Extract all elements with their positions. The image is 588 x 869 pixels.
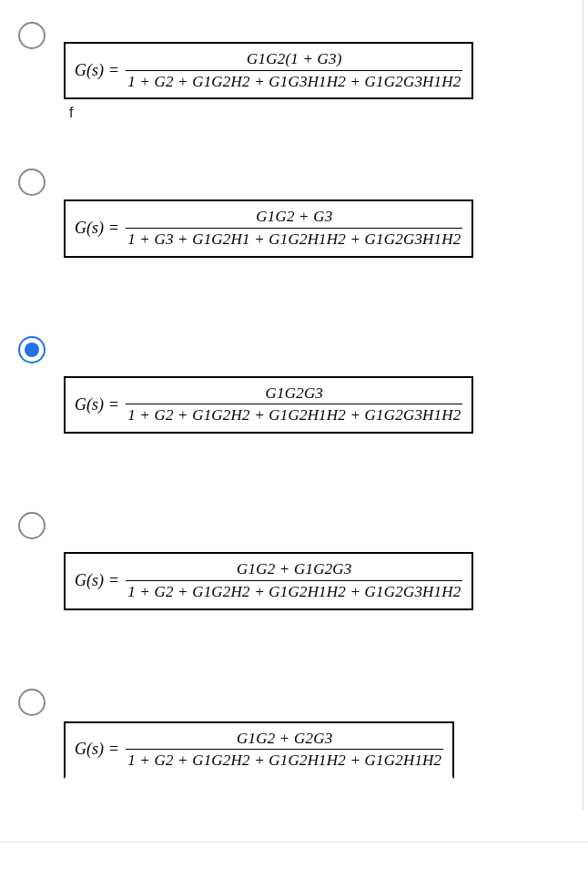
equation-frame-b: G(s) = G1G2 + G3 1 + G3 + G1G2H1 + G1G2H… bbox=[64, 199, 473, 257]
options-list: G(s) = G1G2(1 + G3) 1 + G2 + G1G2H2 + G1… bbox=[0, 0, 583, 811]
denominator-a: 1 + G2 + G1G2H2 + G1G3H1H2 + G1G2G3H1H2 bbox=[126, 74, 462, 91]
fraction-d: G1G2 + G1G2G3 1 + G2 + G1G2H2 + G1G2H1H2… bbox=[126, 561, 462, 600]
radio-option-a[interactable] bbox=[18, 22, 46, 49]
equation-frame-c: G(s) = G1G2G3 1 + G2 + G1G2H2 + G1G2H1H2… bbox=[64, 376, 473, 434]
bottom-divider bbox=[0, 842, 588, 843]
equation-lhs: G(s) bbox=[75, 220, 104, 238]
fraction-b: G1G2 + G3 1 + G3 + G1G2H1 + G1G2H1H2 + G… bbox=[126, 209, 462, 248]
equation-lhs: G(s) bbox=[75, 741, 104, 759]
equals-sign: = bbox=[109, 572, 118, 590]
equals-sign: = bbox=[109, 741, 118, 759]
option-e: G(s) = G1G2 + G2G3 1 + G2 + G1G2H2 + G1G… bbox=[0, 638, 583, 779]
option-d: G(s) = G1G2 + G1G2G3 1 + G2 + G1G2H2 + G… bbox=[0, 461, 583, 637]
equation-frame-e: G(s) = G1G2 + G2G3 1 + G2 + G1G2H2 + G1G… bbox=[64, 721, 454, 779]
fraction-e: G1G2 + G2G3 1 + G2 + G1G2H2 + G1G2H1H2 +… bbox=[126, 731, 443, 770]
option-a: G(s) = G1G2(1 + G3) 1 + G2 + G1G2H2 + G1… bbox=[0, 0, 583, 148]
radio-option-e[interactable] bbox=[18, 689, 46, 716]
denominator-d: 1 + G2 + G1G2H2 + G1G2H1H2 + G1G2G3H1H2 bbox=[126, 584, 462, 601]
option-b: G(s) = G1G2 + G3 1 + G3 + G1G2H1 + G1G2H… bbox=[0, 148, 583, 284]
radio-option-b[interactable] bbox=[18, 169, 46, 196]
numerator-c: G1G2G3 bbox=[264, 385, 326, 403]
equation-frame-d: G(s) = G1G2 + G1G2G3 1 + G2 + G1G2H2 + G… bbox=[64, 552, 473, 609]
radio-option-d[interactable] bbox=[18, 512, 46, 539]
numerator-b: G1G2 + G3 bbox=[254, 209, 334, 226]
equals-sign: = bbox=[109, 220, 118, 238]
fraction-c: G1G2G3 1 + G2 + G1G2H2 + G1G2H1H2 + G1G2… bbox=[126, 385, 462, 424]
option-c: G(s) = G1G2G3 1 + G2 + G1G2H2 + G1G2H1H2… bbox=[0, 285, 583, 461]
radio-option-c[interactable] bbox=[18, 336, 46, 363]
equation-lhs: G(s) bbox=[75, 396, 104, 414]
numerator-a: G1G2(1 + G3) bbox=[245, 51, 344, 68]
equals-sign: = bbox=[109, 62, 118, 80]
equation-frame-a: G(s) = G1G2(1 + G3) 1 + G2 + G1G2H2 + G1… bbox=[64, 42, 473, 99]
equals-sign: = bbox=[109, 396, 118, 414]
question-panel: G(s) = G1G2(1 + G3) 1 + G2 + G1G2H2 + G1… bbox=[0, 0, 583, 811]
equation-lhs: G(s) bbox=[75, 572, 104, 590]
fraction-a: G1G2(1 + G3) 1 + G2 + G1G2H2 + G1G3H1H2 … bbox=[126, 51, 462, 90]
denominator-e: 1 + G2 + G1G2H2 + G1G2H1H2 + G1G2H1H2 bbox=[126, 752, 443, 770]
equation-lhs: G(s) bbox=[75, 62, 104, 80]
numerator-d: G1G2 + G1G2G3 bbox=[235, 561, 353, 578]
caption-a: f bbox=[64, 105, 564, 121]
numerator-e: G1G2 + G2G3 bbox=[235, 731, 334, 748]
denominator-c: 1 + G2 + G1G2H2 + G1G2H1H2 + G1G2G3H1H2 bbox=[126, 407, 462, 424]
denominator-b: 1 + G3 + G1G2H1 + G1G2H1H2 + G1G2G3H1H2 bbox=[126, 231, 462, 249]
